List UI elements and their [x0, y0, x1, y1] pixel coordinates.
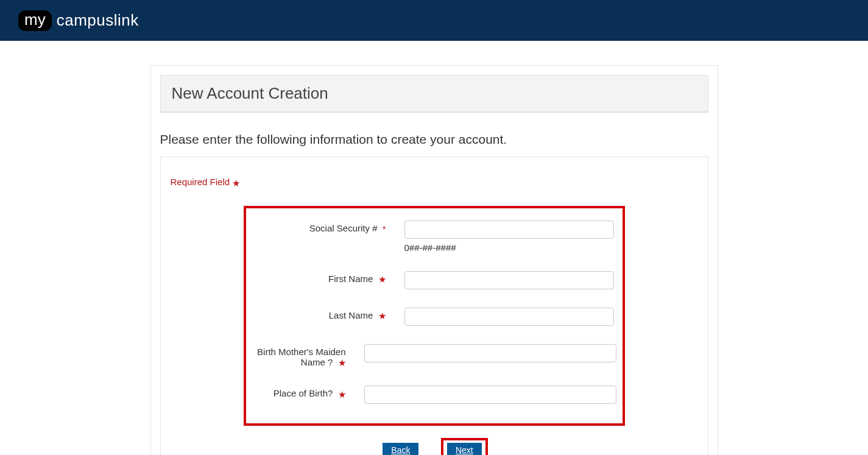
ssn-input[interactable]	[404, 220, 614, 239]
next-button-highlight: Next	[441, 438, 488, 455]
row-place-of-birth: Place of Birth? ★	[252, 386, 616, 404]
label-first-name: First Name ★	[252, 271, 386, 284]
label-last-name: Last Name ★	[252, 308, 386, 321]
required-star-icon: *	[383, 224, 386, 234]
logo-rest: campuslink	[57, 11, 139, 30]
place-of-birth-input[interactable]	[364, 386, 616, 404]
form-panel: Required Field ★ Social Security # * 0##…	[160, 157, 708, 455]
required-star-icon: ★	[378, 274, 386, 284]
logo-pill: my	[18, 10, 52, 31]
label-maiden-name: Birth Mother's Maiden Name ? ★	[252, 344, 346, 368]
maiden-name-input[interactable]	[364, 344, 616, 362]
ssn-hint: 0##-##-####	[404, 242, 616, 253]
required-star-icon: ★	[378, 311, 386, 321]
required-star-icon: ★	[338, 358, 346, 368]
fields-highlight-box: Social Security # * 0##-##-#### First Na…	[244, 206, 625, 426]
first-name-input[interactable]	[404, 271, 614, 289]
required-field-label: Required Field	[171, 177, 230, 187]
required-star-icon: ★	[232, 178, 240, 188]
logo: my campuslink	[18, 10, 139, 31]
back-button[interactable]: Back	[383, 443, 418, 455]
top-banner: my campuslink	[0, 0, 868, 41]
required-star-icon: ★	[338, 389, 346, 400]
row-first-name: First Name ★	[252, 271, 616, 289]
required-field-legend: Required Field ★	[171, 177, 698, 188]
next-button[interactable]: Next	[447, 443, 482, 455]
label-ssn: Social Security # *	[252, 220, 386, 234]
row-ssn: Social Security # * 0##-##-####	[252, 220, 616, 253]
panel-title: New Account Creation	[160, 75, 708, 113]
label-place-of-birth: Place of Birth? ★	[252, 386, 346, 399]
instruction-text: Please enter the following information t…	[160, 132, 708, 147]
button-row: Back Next	[171, 438, 698, 455]
row-last-name: Last Name ★	[252, 308, 616, 326]
page-container: New Account Creation Please enter the fo…	[150, 65, 718, 455]
row-maiden-name: Birth Mother's Maiden Name ? ★	[252, 344, 616, 368]
last-name-input[interactable]	[404, 308, 614, 326]
